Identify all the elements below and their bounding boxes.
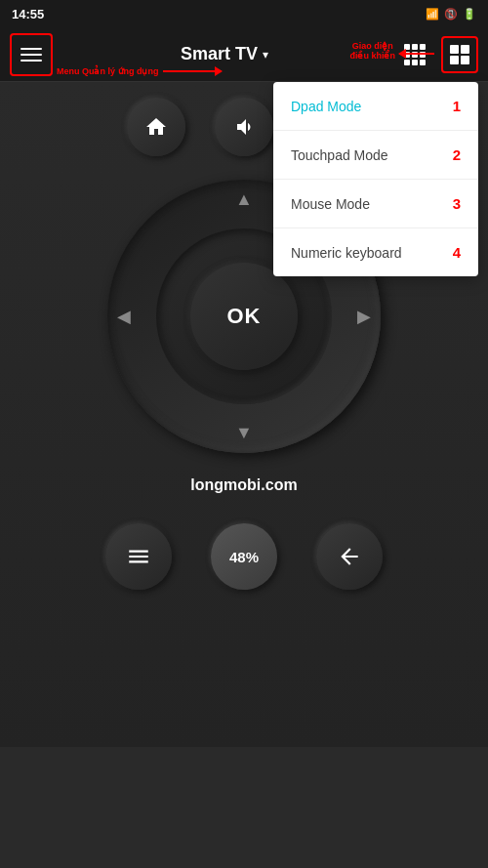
app-title: Smart TV: [181, 44, 258, 64]
dropdown-item-3[interactable]: Mouse Mode 3: [273, 180, 478, 228]
annotation-arrow-right: [399, 53, 434, 55]
dropdown-item-num-1: 1: [453, 98, 461, 114]
dpad-right-button[interactable]: ▶: [357, 306, 371, 327]
status-icons: 📶 📵 🔋: [426, 8, 476, 21]
battery-icon: 🔋: [463, 8, 476, 21]
title-dropdown-arrow[interactable]: ▾: [263, 48, 268, 62]
annotation-left: Menu Quản lý ứng dụng: [57, 66, 222, 76]
down-arrow-icon: ▼: [235, 423, 253, 443]
dpad-left-button[interactable]: ◀: [117, 306, 131, 327]
back-icon: [337, 544, 362, 569]
ok-button[interactable]: OK: [190, 263, 298, 370]
dropdown-item-2[interactable]: Touchpad Mode 2: [273, 131, 478, 180]
left-arrow-icon: ◀: [117, 306, 131, 327]
up-arrow-icon: ▲: [235, 189, 253, 210]
dpad-up-button[interactable]: ▲: [235, 189, 253, 210]
dropdown-item-4[interactable]: Numeric keyboard 4: [273, 228, 478, 276]
annotation-right: [399, 53, 434, 55]
grid4-button[interactable]: [441, 36, 478, 73]
wifi-icon: 📶: [426, 8, 439, 21]
menu-line-2: [20, 54, 42, 56]
bottom-buttons-row: 48%: [105, 523, 383, 590]
top-bar: Menu Quản lý ứng dụng Smart TV ▾ Giao di…: [0, 27, 488, 82]
home-button[interactable]: [127, 98, 185, 156]
dropdown-item-1[interactable]: Dpad Mode 1: [273, 82, 478, 131]
menu-button[interactable]: [10, 33, 53, 76]
volume-down-button[interactable]: [215, 98, 273, 156]
ok-label: OK: [227, 304, 262, 329]
signal-icon: 📵: [444, 8, 458, 21]
grid4-icon: [450, 45, 469, 64]
dropdown-item-num-3: 3: [453, 195, 461, 212]
annotation-right-text-line2: điều khiển: [350, 51, 396, 61]
annotation-arrow-head: [398, 49, 406, 59]
menu-bottom-icon: [126, 544, 151, 569]
percent-label: 48%: [229, 549, 259, 565]
volume-down-icon: [232, 115, 256, 139]
menu-line-1: [20, 48, 42, 50]
status-time: 14:55: [12, 7, 44, 21]
top-bar-left: [10, 33, 53, 76]
right-arrow-icon: ▶: [357, 306, 371, 327]
dropdown-item-label-1: Dpad Mode: [291, 99, 361, 114]
dropdown-item-label-3: Mouse Mode: [291, 196, 370, 212]
annotation-right-text-line1: Giao diện: [350, 41, 396, 51]
website-text: longmobi.com: [190, 476, 297, 494]
dropdown-item-label-2: Touchpad Mode: [291, 147, 388, 163]
dropdown-menu: Dpad Mode 1 Touchpad Mode 2 Mouse Mode 3…: [273, 82, 478, 276]
annotation-right-text-wrapper: Giao diện điều khiển: [350, 41, 396, 61]
percent-button[interactable]: 48%: [211, 523, 277, 590]
annotation-left-text: Menu Quản lý ứng dụng: [57, 66, 159, 76]
top-bar-right: Giao diện điều khiển: [396, 36, 478, 73]
dropdown-item-label-4: Numeric keyboard: [291, 245, 402, 261]
annotation-left-arrow: [163, 70, 222, 72]
dropdown-item-num-2: 2: [453, 146, 461, 163]
home-icon: [144, 115, 168, 139]
back-button[interactable]: [316, 523, 383, 590]
status-bar: 14:55 📶 📵 🔋: [0, 0, 488, 27]
dropdown-item-num-4: 4: [453, 244, 461, 261]
top-bar-center: Smart TV ▾: [181, 44, 268, 64]
menu-bottom-button[interactable]: [105, 523, 172, 590]
menu-line-3: [20, 60, 42, 62]
dpad-down-button[interactable]: ▼: [235, 423, 253, 443]
